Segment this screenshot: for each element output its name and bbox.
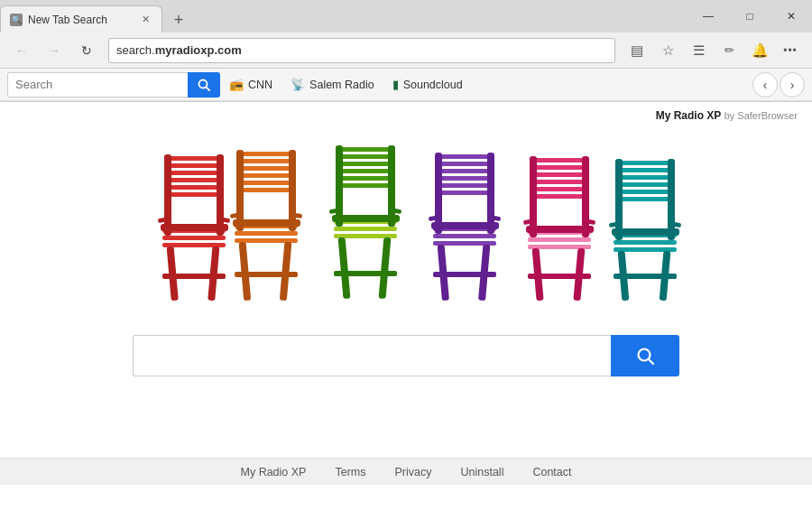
- forward-button[interactable]: →: [40, 36, 69, 65]
- svg-rect-48: [338, 237, 351, 299]
- bookmark-bar: 📻 CNN 📡 Salem Radio ▮ Soundcloud ‹ ›: [0, 69, 812, 101]
- svg-rect-32: [280, 242, 292, 301]
- bookmark-prev-button[interactable]: ‹: [752, 72, 778, 98]
- svg-rect-81: [526, 226, 594, 233]
- svg-rect-67: [433, 272, 496, 277]
- svg-rect-96: [615, 159, 623, 240]
- window-controls: — □ ✕: [687, 0, 812, 33]
- svg-rect-16: [162, 274, 226, 279]
- svg-rect-75: [530, 194, 589, 199]
- svg-rect-3: [167, 163, 221, 168]
- svg-rect-49: [379, 237, 392, 299]
- svg-rect-89: [616, 175, 674, 180]
- footer-terms[interactable]: Terms: [335, 466, 365, 478]
- svg-rect-101: [614, 274, 677, 279]
- bookmark-salem-radio-label: Salem Radio: [309, 79, 374, 91]
- svg-rect-13: [161, 224, 228, 231]
- svg-rect-36: [341, 147, 390, 152]
- svg-rect-28: [236, 150, 244, 231]
- chairs-illustration: [126, 138, 686, 319]
- minimize-button[interactable]: —: [687, 0, 729, 33]
- svg-rect-72: [531, 172, 588, 177]
- footer-uninstall[interactable]: Uninstall: [460, 466, 503, 478]
- soundcloud-icon: ▮: [392, 78, 399, 91]
- reader-view-icon[interactable]: ▤: [623, 36, 651, 65]
- svg-rect-9: [162, 236, 226, 240]
- svg-rect-56: [435, 176, 494, 181]
- svg-rect-79: [530, 156, 537, 237]
- svg-rect-19: [242, 152, 291, 156]
- svg-rect-7: [164, 192, 224, 197]
- svg-rect-74: [530, 187, 589, 191]
- main-search-input[interactable]: [133, 335, 611, 376]
- new-tab-button[interactable]: +: [166, 7, 191, 33]
- active-tab[interactable]: 🔍 New Tab Search ✕: [0, 5, 162, 33]
- svg-rect-14: [167, 246, 179, 301]
- maximize-button[interactable]: □: [729, 0, 770, 33]
- svg-rect-92: [615, 197, 675, 201]
- svg-rect-39: [336, 169, 395, 173]
- bookmark-cnn[interactable]: 📻 CNN: [220, 74, 281, 95]
- svg-rect-29: [289, 150, 296, 231]
- nav-bar: ← → ↻ search.myradioxp.com ▤ ☆ ☰ ✏ 🔔 •••: [0, 33, 812, 69]
- refresh-button[interactable]: ↻: [72, 36, 101, 65]
- svg-rect-97: [668, 159, 675, 240]
- footer-my-radio-xp[interactable]: My Radio XP: [241, 466, 307, 478]
- back-button[interactable]: ←: [7, 36, 36, 65]
- nav-icons: ▤ ☆ ☰ ✏ 🔔 •••: [623, 36, 805, 65]
- footer-privacy[interactable]: Privacy: [394, 466, 431, 478]
- svg-line-105: [649, 359, 653, 364]
- svg-rect-43: [334, 227, 397, 231]
- svg-rect-37: [338, 154, 392, 159]
- favorites-icon[interactable]: ☆: [653, 36, 682, 65]
- bookmark-soundcloud-label: Soundcloud: [403, 79, 463, 91]
- cnn-icon: 📻: [229, 78, 244, 91]
- svg-rect-94: [614, 240, 677, 245]
- svg-rect-30: [233, 219, 300, 227]
- svg-rect-4: [165, 171, 223, 175]
- more-icon[interactable]: •••: [776, 36, 805, 65]
- svg-rect-24: [236, 188, 296, 192]
- main-search-button[interactable]: [611, 335, 679, 376]
- chairs-svg: [126, 138, 686, 319]
- svg-rect-98: [612, 228, 679, 236]
- svg-rect-33: [235, 272, 298, 277]
- close-button[interactable]: ✕: [770, 0, 812, 33]
- svg-rect-63: [487, 153, 494, 234]
- svg-rect-77: [528, 237, 591, 242]
- main-search-area: [133, 335, 679, 376]
- svg-rect-58: [435, 190, 494, 195]
- cortana-icon[interactable]: 🔔: [745, 36, 774, 65]
- bookmark-search-button[interactable]: [188, 72, 220, 98]
- bookmark-next-button[interactable]: ›: [780, 72, 805, 98]
- bookmark-soundcloud[interactable]: ▮ Soundcloud: [383, 74, 472, 95]
- svg-rect-31: [239, 242, 252, 301]
- hub-icon[interactable]: ☰: [684, 36, 713, 65]
- bookmark-search-input[interactable]: [7, 72, 188, 98]
- svg-rect-47: [332, 215, 400, 222]
- brand-credit: My Radio XP by SaferBrowser: [656, 109, 798, 122]
- svg-rect-88: [618, 168, 672, 172]
- svg-rect-62: [435, 153, 442, 234]
- svg-rect-21: [237, 166, 295, 171]
- svg-rect-60: [433, 234, 496, 238]
- bookmark-salem-radio[interactable]: 📡 Salem Radio: [281, 74, 383, 95]
- svg-rect-38: [337, 162, 394, 166]
- bookmark-nav-buttons: ‹ ›: [752, 72, 805, 98]
- svg-rect-12: [217, 154, 224, 236]
- salem-radio-icon: 📡: [291, 78, 305, 91]
- svg-rect-91: [615, 190, 675, 194]
- svg-rect-87: [621, 161, 669, 165]
- address-bar[interactable]: search.myradioxp.com: [108, 38, 615, 63]
- tab-close-button[interactable]: ✕: [138, 13, 152, 27]
- svg-rect-71: [532, 165, 586, 170]
- bookmark-cnn-label: CNN: [248, 79, 272, 91]
- web-note-icon[interactable]: ✏: [715, 36, 743, 65]
- tab-title: New Tab Search: [28, 14, 133, 26]
- svg-rect-40: [336, 176, 395, 181]
- page-content: My Radio XP by SaferBrowser: [0, 102, 812, 485]
- by-safer-browser: by SaferBrowser: [724, 110, 798, 121]
- main-search-icon: [636, 347, 654, 365]
- footer-contact[interactable]: Contact: [532, 466, 571, 478]
- svg-rect-45: [336, 145, 343, 227]
